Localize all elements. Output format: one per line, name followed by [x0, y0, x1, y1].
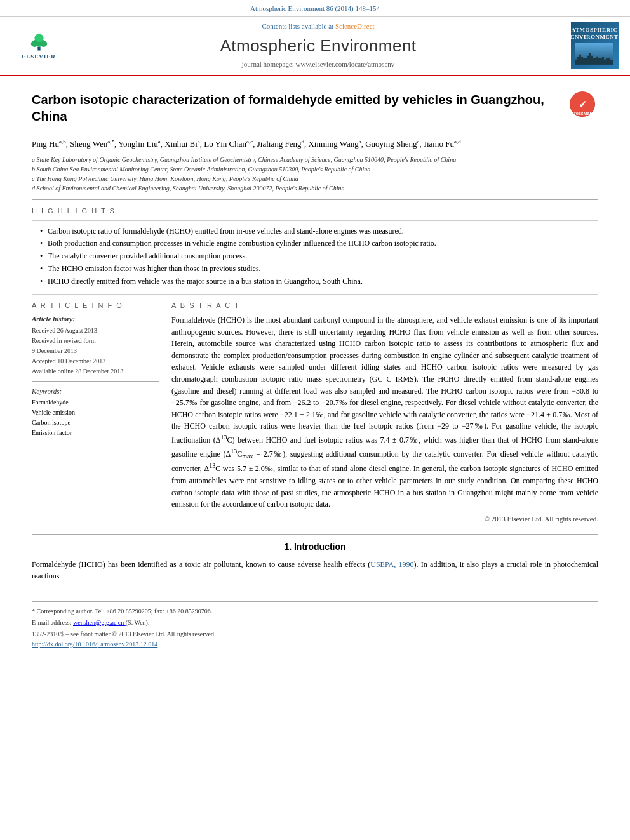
- highlight-item-1: Carbon isotopic ratio of formaldehyde (H…: [40, 226, 590, 237]
- badge-image: [575, 43, 613, 65]
- affiliation-c: c The Hong Kong Polytechnic University, …: [32, 174, 598, 183]
- received-revised-date: 9 December 2013: [32, 347, 159, 356]
- highlight-item-3: The catalytic converter provided additio…: [40, 251, 590, 262]
- page-footer: * Corresponding author. Tel: +86 20 8529…: [32, 601, 598, 649]
- journal-header: ELSEVIER Contents lists available at Sci…: [0, 17, 630, 76]
- journal-ref-text: Atmospheric Environment 86 (2014) 148–15…: [250, 4, 380, 12]
- introduction-text: Formaldehyde (HCHO) has been identified …: [32, 559, 598, 582]
- affiliation-d: d School of Environmental and Chemical E…: [32, 183, 598, 193]
- svg-point-3: [39, 41, 46, 47]
- journal-title: Atmospheric Environment: [220, 34, 416, 57]
- authors-section: Ping Hua,b, Sheng Wena,*, Yonglin Liua, …: [32, 137, 598, 152]
- received-revised-label: Received in revised form: [32, 337, 159, 345]
- journal-header-center: Contents lists available at ScienceDirec…: [74, 22, 563, 69]
- badge-title: ATMOSPHERICENVIRONMENT: [571, 27, 619, 41]
- keyword-1: Formaldehyde: [32, 398, 159, 407]
- highlights-box: Carbon isotopic ratio of formaldehyde (H…: [32, 220, 598, 295]
- info-divider: [32, 381, 159, 382]
- highlights-section: H I G H L I G H T S Carbon isotopic rati…: [32, 206, 598, 294]
- two-column-layout: A R T I C L E I N F O Article history: R…: [32, 301, 598, 524]
- publisher-logo-area: ELSEVIER: [10, 22, 67, 69]
- highlight-item-5: HCHO directly emitted from vehicle was t…: [40, 276, 590, 287]
- journal-badge: ATMOSPHERICENVIRONMENT: [571, 22, 619, 69]
- keyword-2: Vehicle emission: [32, 408, 159, 417]
- keyword-4: Emission factor: [32, 429, 159, 437]
- svg-text:CrossMark: CrossMark: [571, 111, 594, 116]
- introduction-section: 1. Introduction Formaldehyde (HCHO) has …: [32, 534, 598, 582]
- main-content: Carbon isotopic characterization of form…: [0, 76, 630, 655]
- citation-usepa: USEPA, 1990: [370, 560, 413, 569]
- journal-reference-bar: Atmospheric Environment 86 (2014) 148–15…: [0, 0, 630, 17]
- doi-link[interactable]: http://dx.doi.org/10.1016/j.atmosenv.201…: [32, 641, 158, 648]
- received-date: Received 26 August 2013: [32, 326, 159, 335]
- divider-1: [32, 199, 598, 200]
- email-line: E-mail address: wenshen@gig.ac.cn (S. We…: [32, 618, 598, 627]
- elsevier-tree-icon: [25, 31, 53, 51]
- abstract-column: A B S T R A C T Formaldehyde (HCHO) is t…: [171, 301, 598, 524]
- crossmark-icon: ✓ CrossMark: [570, 91, 595, 117]
- sciencedirect-link: Contents lists available at ScienceDirec…: [262, 22, 374, 31]
- article-info-column: A R T I C L E I N F O Article history: R…: [32, 301, 159, 524]
- email-link[interactable]: wenshen@gig.ac.cn: [73, 619, 126, 626]
- keyword-3: Carbon isotope: [32, 418, 159, 427]
- affiliation-b: b South China Sea Environmental Monitori…: [32, 164, 598, 174]
- svg-rect-0: [37, 47, 40, 51]
- svg-point-4: [34, 34, 43, 42]
- article-title: Carbon isotopic characterization of form…: [32, 91, 570, 124]
- elsevier-text: ELSEVIER: [22, 53, 56, 61]
- accepted-date: Accepted 10 December 2013: [32, 357, 159, 366]
- city-silhouette-icon: [575, 52, 613, 65]
- article-title-section: Carbon isotopic characterization of form…: [32, 91, 598, 131]
- history-label: Article history:: [32, 314, 159, 324]
- highlight-item-4: The HCHO emission factor was higher than…: [40, 263, 590, 274]
- copyright-line: © 2013 Elsevier Ltd. All rights reserved…: [171, 514, 598, 524]
- introduction-heading: 1. Introduction: [32, 541, 598, 554]
- article-info-heading: A R T I C L E I N F O: [32, 301, 159, 310]
- footer-doi: http://dx.doi.org/10.1016/j.atmosenv.201…: [32, 640, 598, 649]
- affiliation-a: a State Key Laboratory of Organic Geoche…: [32, 155, 598, 164]
- available-date: Available online 28 December 2013: [32, 367, 159, 376]
- affiliations-section: a State Key Laboratory of Organic Geoche…: [32, 155, 598, 193]
- sciencedirect-anchor[interactable]: ScienceDirect: [335, 22, 375, 30]
- keywords-box: Keywords: Formaldehyde Vehicle emission …: [32, 387, 159, 437]
- article-info-box: Article history: Received 26 August 2013…: [32, 314, 159, 376]
- crossmark-badge[interactable]: ✓ CrossMark: [570, 91, 598, 120]
- footer-issn: 1352-2310/$ – see front matter © 2013 El…: [32, 630, 598, 639]
- svg-point-2: [30, 41, 37, 47]
- keywords-label: Keywords:: [32, 387, 159, 396]
- abstract-text: Formaldehyde (HCHO) is the most abundant…: [171, 314, 598, 510]
- highlights-heading: H I G H L I G H T S: [32, 206, 598, 216]
- journal-badge-area: ATMOSPHERICENVIRONMENT: [569, 22, 620, 69]
- svg-text:✓: ✓: [579, 99, 587, 110]
- corresponding-author: * Corresponding author. Tel: +86 20 8529…: [32, 607, 598, 616]
- elsevier-logo: ELSEVIER: [13, 30, 64, 62]
- highlight-item-2: Both production and consumption processe…: [40, 238, 590, 249]
- abstract-heading: A B S T R A C T: [171, 301, 598, 310]
- journal-homepage: journal homepage: www.elsevier.com/locat…: [242, 60, 395, 69]
- authors-text: Ping Hua,b, Sheng Wena,*, Yonglin Liua, …: [32, 139, 461, 149]
